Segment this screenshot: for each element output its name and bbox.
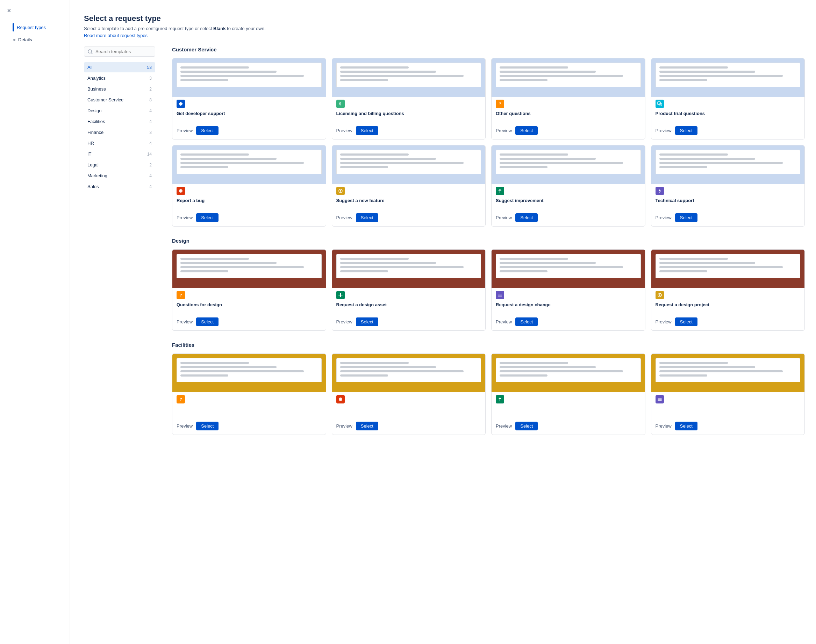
card-title: Request a design project bbox=[655, 302, 801, 313]
card-4: Report a bug Preview Select bbox=[172, 145, 326, 227]
select-button[interactable]: Select bbox=[196, 213, 218, 222]
card-body: Request a design project Preview Select bbox=[651, 301, 805, 330]
filter-item-design[interactable]: Design4 bbox=[84, 106, 155, 116]
card-icon bbox=[336, 395, 345, 403]
card-icon bbox=[655, 395, 664, 403]
select-button[interactable]: Select bbox=[675, 317, 698, 326]
card-preview-inner bbox=[176, 150, 322, 174]
filter-item-it[interactable]: IT14 bbox=[84, 149, 155, 159]
filter-item-customer-service[interactable]: Customer Service8 bbox=[84, 95, 155, 105]
select-button[interactable]: Select bbox=[356, 317, 378, 326]
search-input[interactable] bbox=[95, 49, 151, 54]
card-actions: Preview Select bbox=[655, 422, 801, 430]
close-button[interactable]: × bbox=[6, 6, 12, 15]
card-1: $ Licensing and billing questions Previe… bbox=[332, 58, 486, 140]
card-body: Preview Select bbox=[492, 405, 645, 435]
preview-button[interactable]: Preview bbox=[336, 319, 353, 324]
search-icon bbox=[88, 49, 93, 54]
page-subtitle: Select a template to add a pre-configure… bbox=[84, 26, 805, 31]
card-body: Suggest improvement Preview Select bbox=[492, 196, 645, 226]
filter-item-analytics[interactable]: Analytics3 bbox=[84, 73, 155, 83]
card-preview bbox=[332, 250, 486, 288]
card-preview-inner bbox=[176, 63, 322, 87]
card-icon-row bbox=[651, 288, 805, 301]
select-button[interactable]: Select bbox=[196, 126, 218, 135]
card-icon bbox=[496, 187, 504, 195]
card-body: Request a design asset Preview Select bbox=[332, 301, 486, 330]
card-icon-row: ? bbox=[172, 288, 326, 301]
card-preview bbox=[492, 146, 645, 184]
select-button[interactable]: Select bbox=[356, 213, 378, 222]
preview-button[interactable]: Preview bbox=[176, 128, 193, 133]
filter-item-sales[interactable]: Sales4 bbox=[84, 181, 155, 192]
cards-grid-0: Get developer support Preview Select $ bbox=[172, 58, 805, 227]
preview-button[interactable]: Preview bbox=[176, 319, 193, 324]
card-icon-row bbox=[332, 392, 486, 405]
select-button[interactable]: Select bbox=[675, 126, 698, 135]
learn-more-link[interactable]: Read more about request types bbox=[84, 33, 147, 38]
card-preview-inner bbox=[496, 254, 641, 278]
filter-item-marketing[interactable]: Marketing4 bbox=[84, 170, 155, 181]
preview-button[interactable]: Preview bbox=[655, 128, 672, 133]
card-preview-inner bbox=[176, 358, 322, 382]
select-button[interactable]: Select bbox=[515, 126, 538, 135]
card-0: Get developer support Preview Select bbox=[172, 58, 326, 140]
card-preview bbox=[172, 146, 326, 184]
card-preview bbox=[172, 58, 326, 97]
card-preview bbox=[492, 58, 645, 97]
select-button[interactable]: Select bbox=[515, 422, 538, 430]
filter-item-business[interactable]: Business2 bbox=[84, 84, 155, 94]
preview-button[interactable]: Preview bbox=[496, 319, 512, 324]
select-button[interactable]: Select bbox=[356, 422, 378, 430]
select-button[interactable]: Select bbox=[196, 422, 218, 430]
card-body: Questions for design Preview Select bbox=[172, 301, 326, 330]
preview-button[interactable]: Preview bbox=[655, 423, 672, 429]
preview-button[interactable]: Preview bbox=[336, 215, 353, 220]
filter-item-hr[interactable]: HR4 bbox=[84, 138, 155, 148]
select-button[interactable]: Select bbox=[356, 126, 378, 135]
card-preview bbox=[172, 250, 326, 288]
card-5: Suggest a new feature Preview Select bbox=[332, 145, 486, 227]
card-preview bbox=[492, 250, 645, 288]
card-title bbox=[496, 406, 641, 417]
select-button[interactable]: Select bbox=[515, 213, 538, 222]
preview-button[interactable]: Preview bbox=[176, 215, 193, 220]
preview-button[interactable]: Preview bbox=[336, 423, 353, 429]
select-button[interactable]: Select bbox=[675, 213, 698, 222]
card-actions: Preview Select bbox=[176, 126, 322, 135]
card-body: Other questions Preview Select bbox=[492, 109, 645, 139]
filter-item-finance[interactable]: Finance3 bbox=[84, 127, 155, 137]
preview-button[interactable]: Preview bbox=[176, 423, 193, 429]
card-body: Product trial questions Preview Select bbox=[651, 109, 805, 139]
card-preview-inner bbox=[496, 150, 641, 174]
card-icon-row bbox=[172, 184, 326, 196]
preview-button[interactable]: Preview bbox=[655, 215, 672, 220]
select-button[interactable]: Select bbox=[675, 422, 698, 430]
filter-item-facilities[interactable]: Facilities4 bbox=[84, 117, 155, 127]
card-icon-row bbox=[332, 288, 486, 301]
card-title: Questions for design bbox=[176, 302, 322, 313]
card-icon-row bbox=[651, 184, 805, 196]
preview-button[interactable]: Preview bbox=[496, 215, 512, 220]
filter-item-all[interactable]: All53 bbox=[84, 62, 155, 72]
preview-button[interactable]: Preview bbox=[496, 128, 512, 133]
preview-button[interactable]: Preview bbox=[336, 128, 353, 133]
section-title-customer-service: Customer Service bbox=[172, 46, 805, 52]
preview-button[interactable]: Preview bbox=[496, 423, 512, 429]
card-title bbox=[655, 406, 801, 417]
card-3: Product trial questions Preview Select bbox=[651, 58, 805, 140]
card-title: Request a design change bbox=[496, 302, 641, 313]
card-preview-inner bbox=[496, 358, 641, 382]
card-actions: Preview Select bbox=[336, 317, 482, 326]
sidebar-item-request-types[interactable]: Request types bbox=[14, 21, 65, 34]
select-button[interactable]: Select bbox=[515, 317, 538, 326]
preview-button[interactable]: Preview bbox=[655, 319, 672, 324]
card-actions: Preview Select bbox=[176, 317, 322, 326]
filter-item-legal[interactable]: Legal2 bbox=[84, 160, 155, 170]
card-icon bbox=[655, 100, 664, 108]
sidebar-item-details[interactable]: Details bbox=[14, 35, 65, 44]
select-button[interactable]: Select bbox=[196, 317, 218, 326]
cards-section: Customer Service Get developer support P… bbox=[169, 46, 805, 627]
card-title: Request a design asset bbox=[336, 302, 482, 313]
card-icon: $ bbox=[336, 100, 345, 108]
